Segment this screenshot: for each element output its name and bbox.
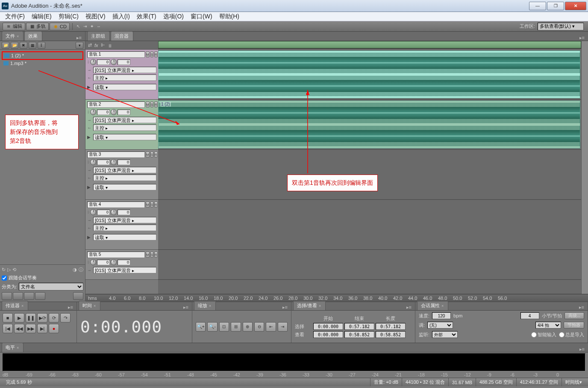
import-button[interactable]: 📁	[2, 42, 9, 49]
view-end-input[interactable]	[344, 331, 374, 338]
automation-mode[interactable]: 读取 ▾	[93, 84, 156, 90]
record-arm-button[interactable]: R	[154, 101, 158, 107]
panel-menu-icon[interactable]: ▸≡	[182, 305, 190, 310]
edit-file-button[interactable]: ▦	[29, 42, 36, 49]
tab-files[interactable]: 文件×	[2, 31, 24, 41]
track-name-input[interactable]	[87, 51, 145, 58]
zoom-sel-button[interactable]: ⊞	[231, 322, 241, 332]
record-arm-button[interactable]: R	[154, 151, 158, 157]
zoom-in-v-button[interactable]: ⊕	[243, 322, 253, 332]
play-icon[interactable]: ▷	[7, 267, 11, 272]
info-icon[interactable]: ⓘ	[79, 267, 83, 273]
pan-knob[interactable]	[111, 109, 117, 115]
metronome-button[interactable]: 节拍器	[564, 322, 584, 329]
time-ruler[interactable]: hms4.06.08.010.012.014.016.018.020.022.0…	[85, 294, 588, 302]
sel-begin-input[interactable]	[313, 323, 343, 330]
v-scrollbar[interactable]	[581, 50, 588, 294]
move-tool-icon[interactable]: ↖	[75, 24, 81, 30]
bars-input[interactable]	[520, 312, 539, 319]
pause-button[interactable]: ❚❚	[26, 313, 36, 323]
menu-window[interactable]: 窗口(W)	[187, 12, 216, 21]
zoom-in-h-button[interactable]: 🔍+	[196, 322, 206, 332]
audio-clip-2[interactable]: 1 (2)	[158, 101, 580, 148]
pan-knob[interactable]	[111, 209, 117, 215]
play-button[interactable]: ▶	[14, 313, 24, 323]
loop-icon[interactable]: ↻	[2, 267, 6, 272]
zoom-out-h-button[interactable]: 🔍-	[207, 322, 217, 332]
track-header-5[interactable]: MSR ⫶ →[01S] 立体声混音 ▸	[85, 250, 158, 280]
input-route[interactable]: [01S] 立体声混音 ▸	[93, 217, 156, 223]
volume-value[interactable]	[97, 110, 110, 115]
mute-button[interactable]: M	[146, 201, 150, 207]
record-button[interactable]: ●	[49, 324, 59, 333]
menu-option[interactable]: 选项(O)	[160, 12, 187, 21]
automation-mode[interactable]: 读取 ▾	[93, 234, 156, 240]
volume-value[interactable]	[97, 260, 110, 265]
input-route[interactable]: [01S] 立体声混音 ▸	[93, 167, 156, 173]
go-start-button[interactable]: |◀	[3, 324, 13, 333]
pan-knob[interactable]	[111, 259, 117, 265]
output-route[interactable]: 主控 ▸	[93, 124, 156, 131]
pan-value[interactable]	[118, 59, 130, 65]
output-route[interactable]: 主控 ▸	[93, 175, 156, 181]
track-name-input[interactable]	[87, 252, 145, 258]
tab-main-group[interactable]: 主群组	[87, 31, 110, 41]
panel-menu-icon[interactable]: ▸≡	[405, 305, 413, 310]
sort-select[interactable]: 文件名	[19, 283, 83, 290]
panel-menu-icon[interactable]: ▸≡	[577, 305, 586, 310]
mute-button[interactable]: M	[146, 252, 150, 258]
pan-value[interactable]	[118, 210, 130, 215]
output-route[interactable]: 主控 ▸	[93, 74, 156, 81]
menu-view[interactable]: 视图(V)	[82, 12, 109, 21]
v-scrollbar[interactable]	[581, 41, 588, 50]
pan-knob[interactable]	[111, 59, 117, 65]
timesig-select[interactable]: 4/4 拍	[535, 322, 561, 329]
tab-effects[interactable]: 效果	[24, 31, 42, 41]
sel-end-input[interactable]	[344, 323, 374, 330]
input-route[interactable]: [01S] 立体声混音 ▸	[93, 67, 156, 73]
panel-menu-icon[interactable]: ▸≡	[578, 347, 586, 352]
track-name-input[interactable]	[87, 201, 145, 208]
tab-selection[interactable]: 选择/查看×	[293, 301, 326, 310]
menu-effect[interactable]: 效果(T)	[133, 12, 160, 21]
zoom-left-button[interactable]: ⇤	[266, 322, 276, 332]
go-end-button[interactable]: ▶|	[37, 324, 47, 333]
menu-edit[interactable]: 编辑(E)	[28, 12, 55, 21]
stop-button[interactable]: ■	[3, 313, 13, 323]
eq-icon[interactable]: ⫼	[108, 43, 112, 48]
tab-time[interactable]: 时间×	[79, 301, 100, 310]
view-btn-3[interactable]	[24, 292, 34, 300]
sel-len-input[interactable]	[376, 323, 406, 330]
cd-mode-button[interactable]: ◉CD	[50, 23, 70, 30]
pan-value[interactable]	[118, 260, 130, 265]
volume-knob[interactable]	[90, 259, 96, 265]
solo-button[interactable]: S	[150, 101, 153, 107]
record-arm-button[interactable]: R	[154, 51, 158, 57]
pan-value[interactable]	[118, 160, 130, 165]
track-name-input[interactable]	[87, 151, 145, 158]
view-btn-1[interactable]	[2, 292, 12, 300]
panel-menu-icon[interactable]: ▸≡	[66, 305, 75, 310]
tab-zoom[interactable]: 缩放×	[194, 301, 216, 310]
time-select-tool-icon[interactable]: ⇥	[82, 24, 88, 30]
track-header-2[interactable]: MSR ⫶ →[01S] 立体声混音 ▸ ←主控 ▸ ▶读取 ▾	[85, 100, 158, 150]
minimize-button[interactable]: —	[529, 2, 546, 10]
record-arm-button[interactable]: R	[154, 201, 158, 207]
track-header-3[interactable]: MSR ⫶ →[01S] 立体声混音 ▸ ←主控 ▸ ▶读取 ▾	[85, 150, 158, 200]
zoom-full-button[interactable]: ⊡	[219, 322, 229, 332]
automation-mode[interactable]: 读取 ▾	[93, 134, 156, 140]
edit-mode-button[interactable]: ≋编辑	[3, 23, 25, 30]
mute-button[interactable]: M	[146, 101, 150, 107]
smart-input-radio[interactable]: 智能输入	[531, 332, 556, 338]
insert-button[interactable]: ↧	[38, 42, 45, 49]
tab-level[interactable]: 电平×	[2, 343, 24, 352]
options-button[interactable]: ▾	[76, 42, 83, 49]
volume-knob[interactable]	[90, 59, 96, 65]
tempo-input[interactable]	[432, 312, 451, 319]
audio-clip-1[interactable]	[158, 50, 580, 98]
view-btn-4[interactable]	[35, 292, 45, 300]
close-file-button[interactable]: ✖	[20, 42, 27, 49]
solo-button[interactable]: S	[150, 151, 153, 157]
menu-clip[interactable]: 剪辑(C)	[55, 12, 82, 21]
file-item-1[interactable]: 1 (2) *	[2, 51, 83, 60]
